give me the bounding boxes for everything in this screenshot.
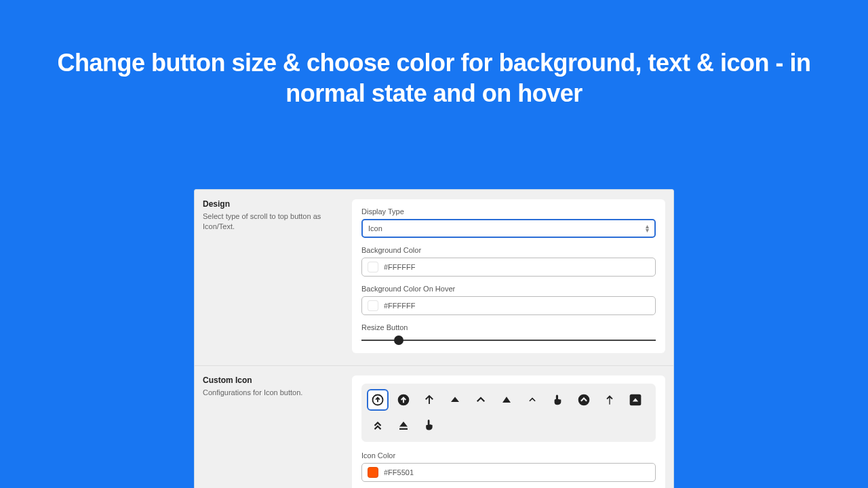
icon-option-circle-arrow-up-solid[interactable] bbox=[393, 389, 414, 411]
resize-slider[interactable] bbox=[361, 336, 656, 345]
icon-color-label: Icon Color bbox=[361, 451, 656, 460]
icon-option-eject[interactable] bbox=[393, 415, 414, 436]
slider-thumb[interactable] bbox=[394, 336, 403, 345]
icon-picker bbox=[361, 384, 656, 442]
custom-icon-description: Configurations for Icon button. bbox=[203, 388, 345, 398]
icon-option-chevron-up-small[interactable] bbox=[521, 389, 543, 411]
bg-color-label: Background Color bbox=[361, 246, 656, 254]
resize-label: Resize Button bbox=[361, 323, 656, 331]
custom-icon-section: Custom Icon Configurations for Icon butt… bbox=[195, 365, 673, 488]
icon-option-chevron-up[interactable] bbox=[470, 389, 492, 411]
display-type-select[interactable]: Icon ▴▾ bbox=[361, 219, 656, 238]
display-type-value: Icon bbox=[368, 224, 382, 232]
slider-track bbox=[361, 340, 656, 341]
custom-icon-heading: Custom Icon bbox=[203, 375, 345, 385]
bg-color-swatch bbox=[368, 262, 378, 272]
bg-color-input[interactable]: #FFFFFF bbox=[361, 258, 656, 277]
svg-point-2 bbox=[578, 394, 590, 406]
icon-option-arrow-up-narrow[interactable] bbox=[599, 389, 620, 411]
icon-option-double-chevron-up[interactable] bbox=[367, 415, 389, 436]
bg-hover-input[interactable]: #FFFFFF bbox=[361, 296, 656, 315]
icon-option-chevron-circle-up[interactable] bbox=[573, 389, 595, 411]
icon-color-input[interactable]: #FF5501 bbox=[361, 463, 656, 482]
icon-option-hand-pointer[interactable] bbox=[418, 415, 440, 436]
icon-option-square-caret-up[interactable] bbox=[625, 389, 646, 411]
design-description: Select type of scroll to top button as I… bbox=[203, 211, 345, 232]
icon-option-arrow-up-thin[interactable] bbox=[418, 389, 440, 411]
icon-color-value: #FF5501 bbox=[384, 468, 414, 476]
select-chevrons-icon: ▴▾ bbox=[646, 224, 649, 232]
display-type-label: Display Type bbox=[361, 207, 656, 216]
bg-hover-value: #FFFFFF bbox=[384, 302, 415, 310]
settings-panel: Design Select type of scroll to top butt… bbox=[194, 189, 674, 488]
design-section: Design Select type of scroll to top butt… bbox=[195, 190, 673, 365]
bg-hover-swatch bbox=[368, 300, 378, 311]
icon-option-hand-point-up[interactable] bbox=[547, 389, 569, 411]
design-heading: Design bbox=[203, 199, 345, 209]
icon-color-swatch bbox=[368, 467, 378, 478]
icon-option-circle-arrow-up-outline[interactable] bbox=[367, 389, 389, 411]
hero-title: Change button size & choose color for ba… bbox=[0, 0, 868, 108]
bg-color-value: #FFFFFF bbox=[384, 263, 415, 271]
bg-hover-label: Background Color On Hover bbox=[361, 285, 656, 293]
icon-option-triangle-up[interactable] bbox=[496, 389, 517, 411]
icon-option-caret-up-solid[interactable] bbox=[444, 389, 466, 411]
